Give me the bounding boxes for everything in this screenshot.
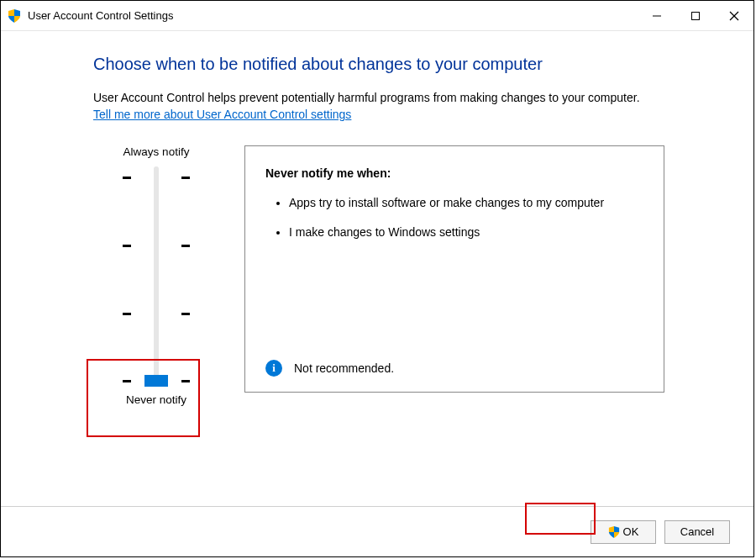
slider-tick (123, 245, 190, 246)
shield-icon (608, 526, 620, 538)
window-controls (638, 1, 753, 31)
ok-button[interactable]: OK (591, 520, 656, 544)
ok-label: OK (623, 525, 639, 538)
panel-bullet-list: Apps try to install software or make cha… (265, 195, 643, 254)
slider-tick (123, 177, 190, 178)
titlebar: User Account Control Settings (1, 1, 753, 31)
description-text: User Account Control helps prevent poten… (93, 91, 717, 104)
learn-more-link[interactable]: Tell me more about User Account Control … (93, 108, 351, 121)
cancel-label: Cancel (680, 525, 714, 538)
description-panel: Never notify me when: Apps try to instal… (244, 145, 664, 393)
slider-tick (123, 313, 190, 314)
panel-footer: i Not recommended. (265, 360, 643, 377)
maximize-button[interactable] (676, 1, 715, 31)
cancel-button[interactable]: Cancel (664, 520, 730, 544)
info-icon: i (265, 360, 282, 377)
shield-icon (8, 9, 21, 23)
notification-slider[interactable] (123, 166, 190, 385)
uac-settings-window: User Account Control Settings Choose whe… (0, 0, 754, 557)
window-title: User Account Control Settings (28, 9, 638, 22)
close-button[interactable] (715, 1, 753, 31)
list-item: I make changes to Windows settings (289, 224, 643, 240)
list-item: Apps try to install software or make cha… (289, 195, 643, 211)
svg-rect-1 (692, 12, 700, 19)
footer-bar: OK Cancel (1, 506, 753, 556)
page-heading: Choose when to be notified about changes… (93, 55, 717, 74)
slider-track (154, 166, 159, 385)
annotation-highlight (87, 359, 200, 437)
minimize-button[interactable] (638, 1, 676, 31)
recommendation-text: Not recommended. (294, 361, 394, 375)
panel-title: Never notify me when: (265, 166, 643, 180)
annotation-highlight (525, 503, 596, 535)
slider-top-label: Always notify (123, 145, 190, 158)
